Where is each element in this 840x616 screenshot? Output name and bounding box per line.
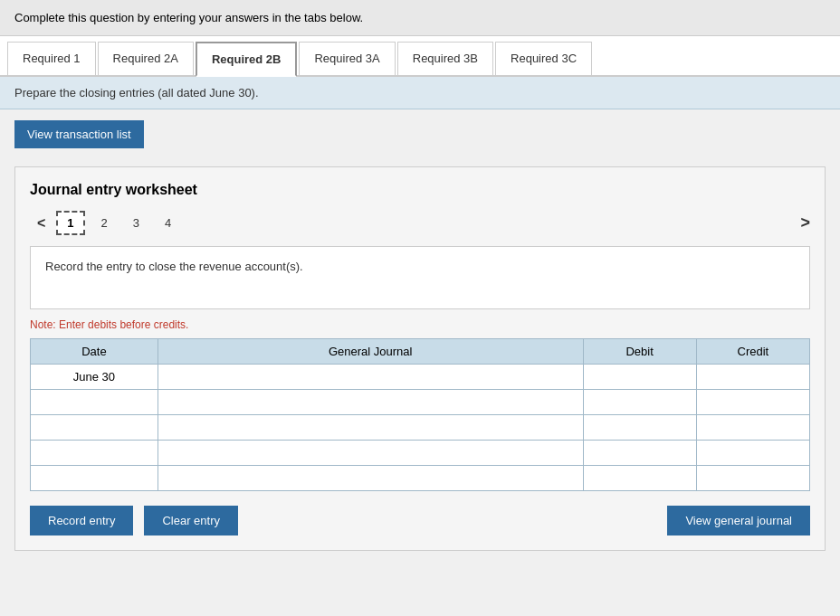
date-cell-2: [31, 415, 158, 441]
journal-cell-1[interactable]: [158, 390, 583, 415]
table-row: [31, 390, 810, 415]
table-row: [31, 415, 810, 441]
debit-input-3[interactable]: [584, 441, 696, 465]
page-2-button[interactable]: 2: [92, 213, 117, 233]
journal-table: Date General Journal Debit Credit June 3…: [30, 338, 810, 491]
clear-entry-button[interactable]: Clear entry: [144, 506, 238, 535]
tab-required1[interactable]: Required 1: [7, 42, 96, 75]
credit-input-3[interactable]: [697, 441, 809, 465]
credit-input-2[interactable]: [697, 415, 809, 440]
tab-required3c[interactable]: Required 3C: [495, 42, 592, 75]
debit-cell-1[interactable]: [583, 390, 696, 415]
debit-cell-3[interactable]: [583, 441, 696, 466]
view-transaction-button[interactable]: View transaction list: [14, 120, 144, 148]
col-header-date: Date: [31, 339, 158, 365]
journal-input-0[interactable]: [158, 365, 583, 389]
debit-input-1[interactable]: [584, 390, 696, 414]
journal-input-4[interactable]: [158, 466, 583, 490]
worksheet-title: Journal entry worksheet: [30, 182, 810, 198]
debit-input-4[interactable]: [584, 466, 696, 490]
journal-input-1[interactable]: [158, 390, 583, 414]
journal-cell-3[interactable]: [158, 441, 583, 466]
tab-required2b[interactable]: Required 2B: [196, 42, 298, 77]
page-1-button[interactable]: 1: [56, 211, 84, 235]
credit-cell-1[interactable]: [696, 390, 809, 415]
record-entry-button[interactable]: Record entry: [30, 506, 133, 535]
journal-cell-2[interactable]: [158, 415, 583, 441]
debit-cell-0[interactable]: [583, 365, 696, 390]
journal-input-3[interactable]: [158, 441, 583, 465]
credit-input-4[interactable]: [697, 466, 809, 490]
date-cell-1: [31, 390, 158, 415]
journal-cell-4[interactable]: [158, 466, 583, 491]
credit-cell-0[interactable]: [696, 365, 809, 390]
journal-cell-0[interactable]: [158, 365, 583, 390]
page-4-button[interactable]: 4: [156, 213, 180, 233]
tabs-bar: Required 1 Required 2A Required 2B Requi…: [0, 36, 840, 77]
view-general-journal-button[interactable]: View general journal: [667, 506, 810, 535]
credit-input-0[interactable]: [697, 365, 809, 389]
journal-input-2[interactable]: [158, 415, 583, 440]
table-row: June 30: [31, 365, 810, 390]
tab-required2a[interactable]: Required 2A: [98, 42, 194, 75]
debit-input-0[interactable]: [584, 365, 696, 389]
date-cell-3: [31, 441, 158, 466]
page-3-button[interactable]: 3: [124, 213, 148, 233]
date-cell-4: [31, 466, 158, 491]
pagination-row: < 1 2 3 4 >: [30, 211, 810, 235]
prev-page-button[interactable]: <: [30, 212, 52, 235]
table-row: [31, 466, 810, 491]
table-row: [31, 441, 810, 466]
bottom-buttons: Record entry Clear entry View general jo…: [30, 506, 810, 535]
credit-cell-2[interactable]: [696, 415, 809, 441]
credit-cell-3[interactable]: [696, 441, 809, 466]
credit-input-1[interactable]: [697, 390, 809, 414]
tab-required3b[interactable]: Required 3B: [397, 42, 493, 75]
debits-credits-note: Note: Enter debits before credits.: [30, 318, 810, 331]
worksheet-container: Journal entry worksheet < 1 2 3 4 > Reco…: [14, 166, 826, 551]
next-page-button[interactable]: >: [800, 213, 810, 232]
credit-cell-4[interactable]: [696, 466, 809, 491]
debit-cell-4[interactable]: [583, 466, 696, 491]
col-header-credit: Credit: [696, 339, 809, 365]
col-header-journal: General Journal: [158, 339, 583, 365]
content-instruction: Prepare the closing entries (all dated J…: [0, 77, 840, 109]
debit-input-2[interactable]: [584, 415, 696, 440]
entry-description: Record the entry to close the revenue ac…: [30, 246, 810, 309]
col-header-debit: Debit: [583, 339, 696, 365]
tab-required3a[interactable]: Required 3A: [299, 42, 395, 75]
header-instruction: Complete this question by entering your …: [0, 0, 840, 36]
debit-cell-2[interactable]: [583, 415, 696, 441]
date-cell-0: June 30: [31, 365, 158, 390]
